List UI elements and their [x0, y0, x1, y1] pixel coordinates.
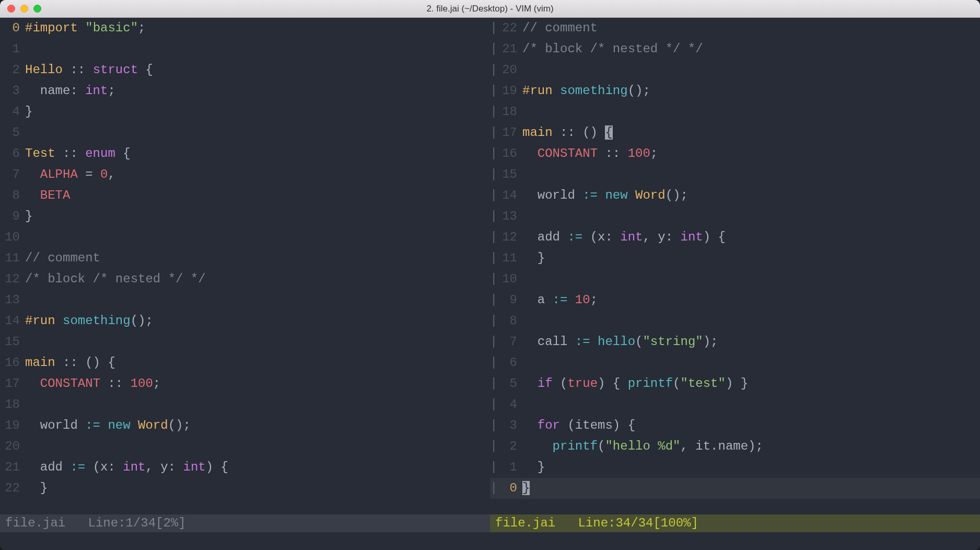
code-text[interactable]: for (items) { [522, 415, 980, 436]
code-line[interactable]: 3 name: int; [0, 81, 490, 101]
code-line[interactable]: |3 for (items) { [490, 415, 980, 436]
code-line[interactable]: |15 [490, 164, 980, 185]
code-line[interactable]: |2 printf("hello %d", it.name); [490, 436, 980, 457]
code-text[interactable] [25, 227, 490, 248]
code-line[interactable]: |1 } [490, 457, 980, 478]
code-text[interactable]: add := (x: int, y: int) { [25, 457, 490, 478]
code-line[interactable]: |13 [490, 206, 980, 227]
code-text[interactable]: } [25, 478, 490, 499]
code-text[interactable]: world := new Word(); [25, 415, 490, 436]
code-line[interactable]: |17main :: () { [490, 122, 980, 143]
code-line[interactable]: |14 world := new Word(); [490, 185, 980, 206]
code-line[interactable]: 10 [0, 227, 490, 248]
code-line[interactable]: 14#run something(); [0, 311, 490, 331]
code-line[interactable]: 6Test :: enum { [0, 143, 490, 164]
pane-right[interactable]: |22// comment|21/* block /* nested */ */… [490, 18, 980, 532]
code-line[interactable]: |22// comment [490, 18, 980, 39]
code-line[interactable]: 17 CONSTANT :: 100; [0, 373, 490, 394]
code-text[interactable]: /* block /* nested */ */ [25, 269, 490, 290]
close-icon[interactable] [7, 5, 15, 13]
code-text[interactable]: call := hello("string"); [522, 331, 980, 352]
code-text[interactable] [522, 60, 980, 81]
code-line[interactable]: |4 [490, 394, 980, 415]
code-text[interactable] [522, 164, 980, 185]
code-text[interactable]: } [25, 101, 490, 122]
code-text[interactable]: add := (x: int, y: int) { [522, 227, 980, 248]
pane-left[interactable]: 0#import "basic";12Hello :: struct {3 na… [0, 18, 490, 532]
code-text[interactable]: #run something(); [522, 81, 980, 101]
code-text[interactable]: name: int; [25, 81, 490, 101]
code-line[interactable]: 7 ALPHA = 0, [0, 164, 490, 185]
code-line[interactable]: |16 CONSTANT :: 100; [490, 143, 980, 164]
code-text[interactable] [25, 290, 490, 311]
code-text[interactable] [522, 352, 980, 373]
code-line[interactable]: 18 [0, 394, 490, 415]
minimize-icon[interactable] [20, 5, 28, 13]
code-line[interactable]: 19 world := new Word(); [0, 415, 490, 436]
code-line[interactable]: 9} [0, 206, 490, 227]
code-text[interactable]: world := new Word(); [522, 185, 980, 206]
code-text[interactable]: ALPHA = 0, [25, 164, 490, 185]
code-line[interactable]: 22 } [0, 478, 490, 499]
maximize-icon[interactable] [33, 5, 41, 13]
code-line[interactable]: |21/* block /* nested */ */ [490, 39, 980, 60]
code-line[interactable]: |6 [490, 352, 980, 373]
code-line[interactable]: |8 [490, 311, 980, 331]
code-text[interactable]: BETA [25, 185, 490, 206]
code-text[interactable] [522, 394, 980, 415]
code-text[interactable] [25, 39, 490, 60]
code-line[interactable]: |18 [490, 101, 980, 122]
code-area-left[interactable]: 0#import "basic";12Hello :: struct {3 na… [0, 18, 490, 514]
code-area-right[interactable]: |22// comment|21/* block /* nested */ */… [490, 18, 980, 514]
code-text[interactable]: // comment [25, 248, 490, 269]
code-text[interactable]: #run something(); [25, 311, 490, 331]
code-text[interactable] [25, 122, 490, 143]
code-line[interactable]: 0#import "basic"; [0, 18, 490, 39]
code-text[interactable]: a := 10; [522, 290, 980, 311]
code-line[interactable]: 12/* block /* nested */ */ [0, 269, 490, 290]
code-line[interactable]: 5 [0, 122, 490, 143]
code-line[interactable]: |12 add := (x: int, y: int) { [490, 227, 980, 248]
code-text[interactable] [25, 394, 490, 415]
code-line[interactable]: |0} [490, 478, 980, 499]
code-text[interactable]: Hello :: struct { [25, 60, 490, 81]
code-text[interactable]: if (true) { printf("test") } [522, 373, 980, 394]
code-text[interactable]: main :: () { [25, 352, 490, 373]
code-text[interactable] [522, 206, 980, 227]
code-text[interactable]: // comment [522, 18, 980, 39]
code-text[interactable]: #import "basic"; [25, 18, 490, 39]
code-line[interactable]: 1 [0, 39, 490, 60]
code-text[interactable]: Test :: enum { [25, 143, 490, 164]
code-line[interactable]: |20 [490, 60, 980, 81]
code-line[interactable]: 16main :: () { [0, 352, 490, 373]
code-line[interactable]: |11 } [490, 248, 980, 269]
code-line[interactable]: 21 add := (x: int, y: int) { [0, 457, 490, 478]
code-line[interactable]: |7 call := hello("string"); [490, 331, 980, 352]
command-line[interactable] [0, 532, 980, 550]
code-text[interactable]: } [522, 248, 980, 269]
code-text[interactable] [522, 269, 980, 290]
code-text[interactable] [522, 311, 980, 331]
code-line[interactable]: 11// comment [0, 248, 490, 269]
code-text[interactable]: } [25, 206, 490, 227]
code-line[interactable]: |5 if (true) { printf("test") } [490, 373, 980, 394]
code-text[interactable]: } [522, 457, 980, 478]
code-line[interactable]: 13 [0, 290, 490, 311]
code-text[interactable]: CONSTANT :: 100; [522, 143, 980, 164]
code-text[interactable]: main :: () { [522, 122, 980, 143]
code-text[interactable]: printf("hello %d", it.name); [522, 436, 980, 457]
code-line[interactable]: 4} [0, 101, 490, 122]
code-text[interactable] [25, 436, 490, 457]
code-line[interactable]: 8 BETA [0, 185, 490, 206]
code-line[interactable]: 20 [0, 436, 490, 457]
code-text[interactable]: } [522, 478, 980, 499]
code-line[interactable]: 15 [0, 331, 490, 352]
code-text[interactable] [25, 331, 490, 352]
code-text[interactable]: /* block /* nested */ */ [522, 39, 980, 60]
code-line[interactable]: 2Hello :: struct { [0, 60, 490, 81]
code-line[interactable]: |9 a := 10; [490, 290, 980, 311]
code-line[interactable]: |10 [490, 269, 980, 290]
code-text[interactable] [522, 101, 980, 122]
code-text[interactable]: CONSTANT :: 100; [25, 373, 490, 394]
code-line[interactable]: |19#run something(); [490, 81, 980, 101]
